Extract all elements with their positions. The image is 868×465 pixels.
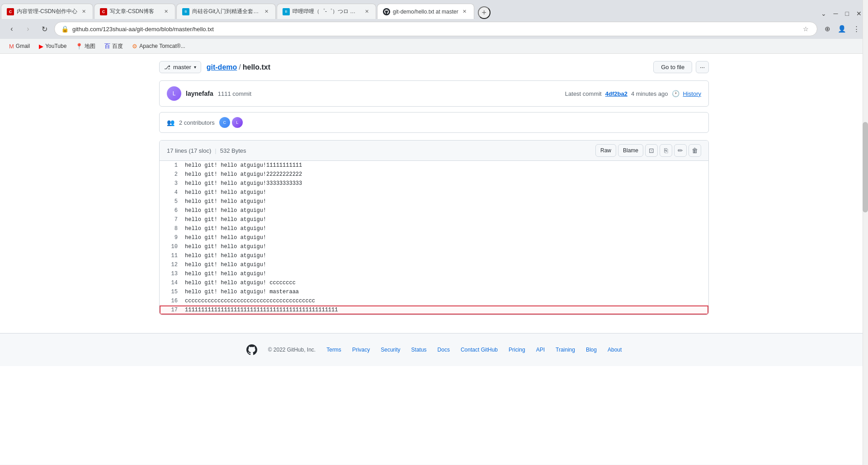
footer-status-link[interactable]: Status bbox=[411, 347, 427, 353]
branch-name: master bbox=[173, 64, 191, 70]
go-to-file-button[interactable]: Go to file bbox=[653, 61, 692, 73]
line-number-9[interactable]: 9 bbox=[160, 233, 181, 242]
copy-raw-button[interactable]: ⎘ bbox=[660, 144, 672, 157]
code-line-3: 3hello git! hello atguigu!33333333333 bbox=[160, 179, 708, 188]
line-number-3[interactable]: 3 bbox=[160, 179, 181, 188]
gmail-icon: M bbox=[9, 43, 14, 50]
scrollbar[interactable] bbox=[863, 0, 868, 465]
line-number-16[interactable]: 16 bbox=[160, 296, 181, 305]
commit-count: 1111 commit bbox=[218, 90, 251, 97]
footer-privacy-link[interactable]: Privacy bbox=[352, 347, 370, 353]
maximize-button[interactable]: □ bbox=[843, 8, 852, 19]
tab-4-close[interactable]: ✕ bbox=[363, 8, 370, 15]
blame-button[interactable]: Blame bbox=[618, 144, 643, 157]
file-viewer-header: 17 lines (17 sloc) | 532 Bytes Raw Blame… bbox=[160, 141, 708, 161]
author-avatar: L bbox=[167, 86, 181, 101]
history-link[interactable]: History bbox=[683, 90, 701, 97]
minimize-button[interactable]: ─ bbox=[831, 8, 841, 19]
line-number-2[interactable]: 2 bbox=[160, 170, 181, 179]
footer-contact-link[interactable]: Contact GitHub bbox=[461, 347, 498, 353]
line-number-11[interactable]: 11 bbox=[160, 251, 181, 260]
footer-about-link[interactable]: About bbox=[608, 347, 622, 353]
file-header: ⎇ master ▾ git-demo / hello.txt Go to fi… bbox=[159, 61, 709, 73]
line-number-8[interactable]: 8 bbox=[160, 224, 181, 233]
tab-3[interactable]: B 尚硅谷Git入门到精通全套教... ✕ bbox=[176, 4, 276, 19]
code-line-13: 13hello git! hello atguigu! bbox=[160, 269, 708, 278]
breadcrumb-separator: / bbox=[239, 63, 241, 71]
meta-divider: | bbox=[215, 147, 216, 154]
extensions-button[interactable]: ⊕ bbox=[821, 23, 834, 35]
footer-terms-link[interactable]: Terms bbox=[326, 347, 341, 353]
tab-2[interactable]: C 写文章-CSDN博客 ✕ bbox=[94, 4, 175, 19]
youtube-icon: ▶ bbox=[39, 43, 43, 50]
line-number-15[interactable]: 15 bbox=[160, 287, 181, 296]
line-number-14[interactable]: 14 bbox=[160, 278, 181, 287]
commit-author[interactable]: laynefafa bbox=[186, 90, 213, 97]
bookmark-gmail[interactable]: M Gmail bbox=[5, 42, 33, 51]
tab-3-close[interactable]: ✕ bbox=[263, 8, 270, 15]
code-line-15: 15hello git! hello atguigu! masteraaa bbox=[160, 287, 708, 296]
delete-file-button[interactable]: 🗑 bbox=[689, 144, 701, 157]
tab-5-close[interactable]: ✕ bbox=[461, 8, 468, 15]
line-number-1[interactable]: 1 bbox=[160, 161, 181, 170]
scroll-thumb[interactable] bbox=[863, 122, 868, 212]
line-content-3: hello git! hello atguigu!33333333333 bbox=[181, 179, 309, 188]
bookmark-youtube[interactable]: ▶ YouTube bbox=[35, 42, 70, 51]
line-number-12[interactable]: 12 bbox=[160, 260, 181, 269]
line-number-5[interactable]: 5 bbox=[160, 197, 181, 206]
footer-blog-link[interactable]: Blog bbox=[586, 347, 597, 353]
url-bar[interactable]: 🔒 github.com/123shuai-aa/git-demo/blob/m… bbox=[54, 22, 817, 36]
edit-file-button[interactable]: ✏ bbox=[674, 144, 687, 157]
line-number-6[interactable]: 6 bbox=[160, 206, 181, 215]
branch-chevron-icon: ▾ bbox=[194, 65, 196, 70]
code-line-4: 4hello git! hello atguigu! bbox=[160, 188, 708, 197]
line-number-7[interactable]: 7 bbox=[160, 215, 181, 224]
footer-logo bbox=[246, 344, 257, 355]
footer-training-link[interactable]: Training bbox=[556, 347, 575, 353]
github-logo-icon bbox=[246, 344, 257, 355]
line-number-10[interactable]: 10 bbox=[160, 242, 181, 251]
footer-docs-link[interactable]: Docs bbox=[438, 347, 450, 353]
menu-button[interactable]: ⋮ bbox=[850, 23, 863, 35]
line-number-17[interactable]: 17 bbox=[160, 305, 181, 315]
open-in-new-window-button[interactable]: ⊡ bbox=[645, 144, 658, 157]
address-bar: ‹ › ↻ 🔒 github.com/123shuai-aa/git-demo/… bbox=[0, 19, 868, 39]
branch-icon: ⎇ bbox=[164, 64, 170, 70]
tab-2-close[interactable]: ✕ bbox=[162, 8, 170, 15]
tab-5[interactable]: git-demo/hello.txt at master ✕ bbox=[377, 4, 474, 19]
contributor-avatar-2[interactable]: L bbox=[232, 117, 243, 128]
bookmark-baidu[interactable]: 百 百度 bbox=[101, 41, 127, 52]
footer-security-link[interactable]: Security bbox=[381, 347, 400, 353]
line-number-13[interactable]: 13 bbox=[160, 269, 181, 278]
bookmark-maps[interactable]: 📍 地图 bbox=[72, 41, 99, 52]
contributor-avatar-1[interactable]: C bbox=[219, 117, 230, 128]
back-button[interactable]: ‹ bbox=[5, 23, 18, 35]
footer-api-link[interactable]: API bbox=[536, 347, 545, 353]
copy-icon: ⎘ bbox=[664, 147, 668, 154]
tab-list-button[interactable]: ⌄ bbox=[818, 8, 829, 19]
bookmarks-bar: M Gmail ▶ YouTube 📍 地图 百 百度 ⚙ Apache Tom… bbox=[0, 39, 868, 54]
line-number-4[interactable]: 4 bbox=[160, 188, 181, 197]
bookmark-star-button[interactable]: ☆ bbox=[801, 24, 811, 33]
tab-4[interactable]: B 哔哩哔哩（゜-゜）つロ 干杯~-bili... ✕ bbox=[277, 4, 376, 19]
forward-button[interactable]: › bbox=[22, 23, 34, 35]
footer-pricing-link[interactable]: Pricing bbox=[509, 347, 525, 353]
code-line-11: 11hello git! hello atguigu! bbox=[160, 251, 708, 260]
page-content: ⎇ master ▾ git-demo / hello.txt Go to fi… bbox=[0, 54, 868, 465]
more-options-button[interactable]: ··· bbox=[696, 61, 709, 73]
edit-icon: ✏ bbox=[678, 147, 683, 154]
repo-link[interactable]: git-demo bbox=[207, 63, 237, 71]
tab-1[interactable]: C 内容管理-CSDN创作中心 ✕ bbox=[1, 4, 93, 19]
tomcat-icon: ⚙ bbox=[132, 43, 137, 50]
history-label: History bbox=[683, 90, 701, 97]
branch-selector[interactable]: ⎇ master ▾ bbox=[159, 61, 201, 73]
commit-hash-link[interactable]: 4df2ba2 bbox=[605, 90, 627, 97]
raw-button[interactable]: Raw bbox=[595, 144, 616, 157]
bookmark-tomcat[interactable]: ⚙ Apache Tomcat®... bbox=[128, 42, 189, 51]
line-content-5: hello git! hello atguigu! bbox=[181, 197, 274, 206]
new-tab-button[interactable]: + bbox=[478, 6, 491, 19]
profile-button[interactable]: 👤 bbox=[835, 23, 848, 35]
tab-1-close[interactable]: ✕ bbox=[80, 8, 87, 15]
refresh-button[interactable]: ↻ bbox=[38, 23, 51, 35]
contributors-count: 2 contributors bbox=[179, 119, 215, 126]
